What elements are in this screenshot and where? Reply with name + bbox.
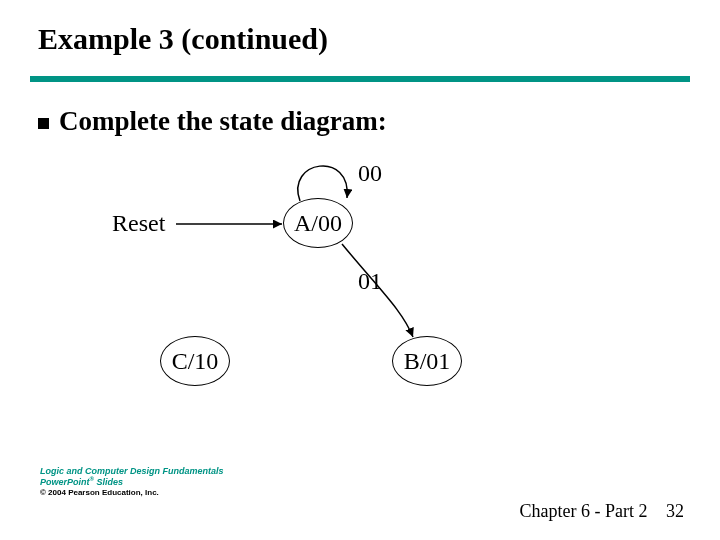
- footer-logo-line2a: PowerPoint: [40, 477, 90, 487]
- state-A-label: A/00: [294, 210, 342, 237]
- title-divider: [30, 76, 690, 82]
- chapter-label: Chapter 6 - Part 2: [520, 501, 648, 521]
- reset-label: Reset: [112, 210, 165, 237]
- edge-label-A-to-B: 01: [358, 268, 382, 295]
- state-B-label: B/01: [404, 348, 451, 375]
- state-C: C/10: [160, 336, 230, 386]
- state-B: B/01: [392, 336, 462, 386]
- page-number: 32: [666, 501, 684, 522]
- state-A: A/00: [283, 198, 353, 248]
- bullet-row: Complete the state diagram:: [38, 106, 387, 137]
- edge-label-selfloop: 00: [358, 160, 382, 187]
- footer-logo-line2: PowerPoint® Slides: [40, 476, 240, 487]
- edge-A-self-loop: [298, 166, 347, 201]
- bullet-text: Complete the state diagram:: [59, 106, 387, 137]
- footer-right: Chapter 6 - Part 2 32: [520, 501, 684, 522]
- footer-logo-line2b: Slides: [94, 477, 123, 487]
- slide-title: Example 3 (continued): [38, 22, 328, 56]
- footer-logo-line3: © 2004 Pearson Education, Inc.: [40, 488, 240, 498]
- bullet-square-icon: [38, 118, 49, 129]
- footer-logo-line1: Logic and Computer Design Fundamentals: [40, 466, 240, 476]
- footer-logo: Logic and Computer Design Fundamentals P…: [40, 466, 240, 498]
- state-C-label: C/10: [172, 348, 219, 375]
